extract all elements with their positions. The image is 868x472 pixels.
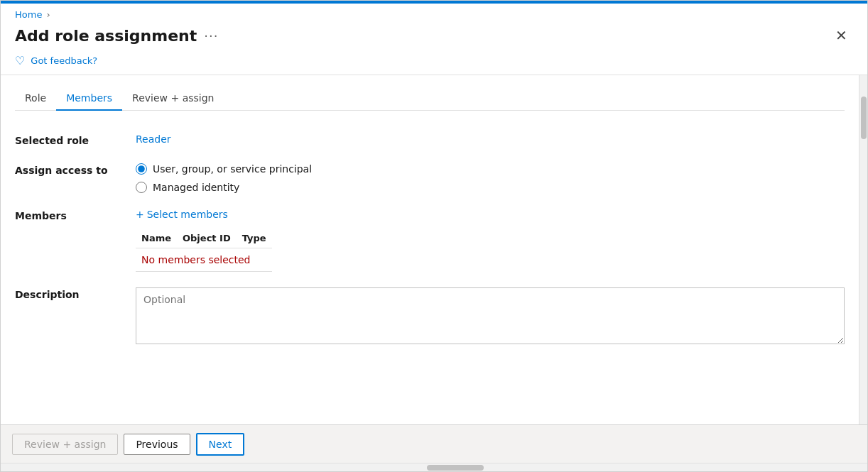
breadcrumb-home[interactable]: Home	[15, 9, 42, 20]
breadcrumb-separator: ›	[46, 9, 50, 20]
selected-role-row: Selected role Reader	[15, 125, 845, 155]
members-row: Members + Select members Name Object ID	[15, 202, 845, 279]
assign-access-row: Assign access to User, group, or service…	[15, 155, 845, 202]
members-table: Name Object ID Type No members selected	[136, 229, 272, 272]
radio-user-group-label: User, group, or service principal	[153, 163, 312, 175]
selected-role-label: Selected role	[15, 133, 121, 146]
radio-managed-identity[interactable]: Managed identity	[136, 182, 312, 193]
breadcrumb: Home ›	[1, 4, 867, 23]
select-members-link[interactable]: + Select members	[136, 209, 272, 220]
previous-button[interactable]: Previous	[124, 434, 190, 455]
table-header-row: Name Object ID Type	[136, 229, 272, 248]
content-area: Role Members Review + assign Selected ro…	[1, 75, 867, 424]
vertical-scrollbar[interactable]	[859, 75, 867, 424]
radio-managed-identity-input[interactable]	[136, 182, 147, 193]
table-row: No members selected	[136, 248, 272, 272]
plus-icon: +	[136, 209, 144, 220]
col-type: Type	[237, 229, 272, 248]
members-content: + Select members Name Object ID Type	[136, 209, 272, 272]
footer: Review + assign Previous Next	[1, 424, 867, 463]
radio-user-group-input[interactable]	[136, 163, 147, 175]
next-button[interactable]: Next	[196, 433, 245, 456]
description-label: Description	[15, 287, 121, 300]
radio-user-group[interactable]: User, group, or service principal	[136, 163, 312, 175]
review-assign-button[interactable]: Review + assign	[12, 434, 118, 455]
selected-role-value: Reader	[136, 133, 845, 145]
feedback-bar: ♡ Got feedback?	[1, 51, 867, 75]
tab-review-assign[interactable]: Review + assign	[122, 87, 224, 111]
header-row: Add role assignment ··· ✕	[1, 23, 867, 51]
assign-access-label: Assign access to	[15, 163, 121, 176]
heart-icon: ♡	[15, 54, 25, 67]
tab-members[interactable]: Members	[56, 87, 122, 111]
assign-access-options: User, group, or service principal Manage…	[136, 163, 312, 193]
radio-managed-identity-label: Managed identity	[153, 182, 239, 193]
select-members-text: Select members	[147, 209, 228, 220]
tabs-row: Role Members Review + assign	[15, 87, 845, 111]
horizontal-scrollbar[interactable]	[1, 463, 867, 471]
no-members-cell: No members selected	[136, 248, 272, 272]
scroll-thumb	[861, 97, 867, 139]
col-object-id: Object ID	[177, 229, 237, 248]
h-scroll-thumb	[427, 465, 484, 471]
feedback-link[interactable]: Got feedback?	[31, 55, 97, 66]
col-name: Name	[136, 229, 177, 248]
description-textarea[interactable]	[136, 287, 845, 344]
description-input-wrapper	[136, 287, 845, 346]
form-section: Selected role Reader Assign access to Us…	[15, 125, 845, 355]
page-title: Add role assignment	[15, 27, 197, 45]
header-left: Add role assignment ···	[15, 27, 218, 45]
modal-container: Home › Add role assignment ··· ✕ ♡ Got f…	[0, 0, 868, 472]
description-row: Description	[15, 279, 845, 355]
tab-role[interactable]: Role	[15, 87, 56, 111]
main-content: Role Members Review + assign Selected ro…	[1, 75, 859, 424]
more-options-icon[interactable]: ···	[204, 28, 218, 43]
close-button[interactable]: ✕	[830, 26, 853, 45]
members-label: Members	[15, 209, 121, 221]
